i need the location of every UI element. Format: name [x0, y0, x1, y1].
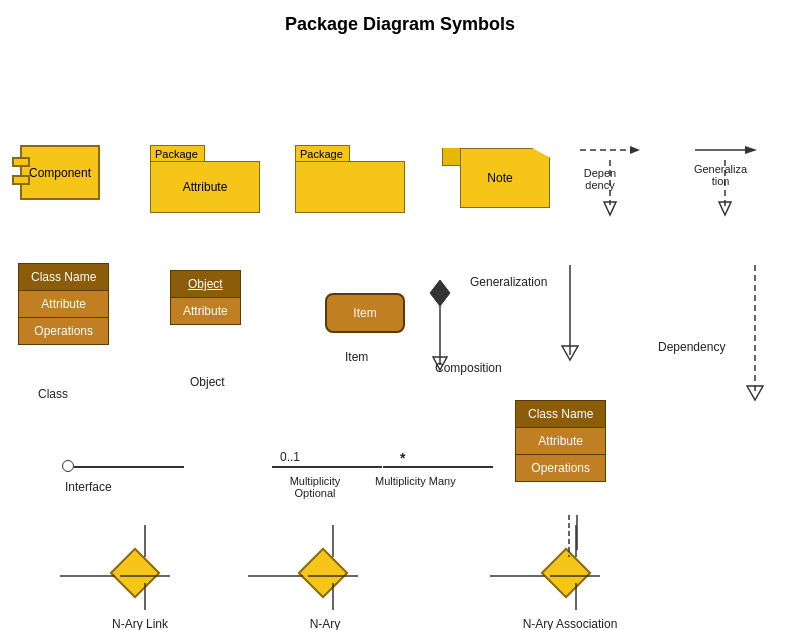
svg-marker-5 [745, 146, 757, 154]
class-box: Class Name Attribute Operations [18, 263, 109, 345]
nary-assoc-label: N-Ary Association [280, 617, 370, 630]
package1: Package Attribute [150, 145, 260, 213]
class2-name-section: Class Name [515, 400, 606, 428]
dependency-label2: Dependency [658, 340, 725, 354]
page-title: Package Diagram Symbols [0, 0, 800, 45]
package1-tab: Package [150, 145, 205, 161]
nary-link-label: N-Ary Link [110, 617, 170, 630]
interface-line [74, 466, 184, 468]
component-notch1 [12, 157, 30, 167]
dependency-svg2 [740, 260, 770, 410]
component-symbol: Component [20, 145, 100, 200]
item-label: Item [353, 306, 376, 320]
object-attribute-section: Attribute [170, 298, 241, 325]
package1-body: Attribute [150, 161, 260, 213]
interface-circle [62, 460, 74, 472]
multiplicity-many-line [383, 466, 493, 468]
package2-tab: Package [295, 145, 350, 161]
composition-svg [425, 275, 455, 375]
generalization-svg2 [555, 260, 585, 380]
object-box: Object Attribute [170, 270, 241, 325]
multiplicity-optional-label: Multiplicity Optional [270, 475, 360, 499]
nary-link-vertical [135, 525, 155, 615]
note-fold [442, 148, 460, 166]
multiplicity-many-value: * [400, 450, 405, 466]
class-label: Class [38, 387, 68, 401]
diagram-area: Component Package Attribute Package Note… [0, 45, 800, 625]
note-label: Note [487, 171, 512, 185]
component-notch2 [12, 175, 30, 185]
item-text: Item [345, 350, 368, 364]
object-name-section: Object [170, 270, 241, 298]
item-box: Item [325, 293, 405, 333]
generalization-label1: Generaliza tion [688, 163, 753, 187]
class2-operations-section: Operations [515, 455, 606, 482]
class-attribute-section: Attribute [18, 291, 109, 318]
nary-assoc-class-dashed [568, 515, 570, 557]
multiplicity-optional-line [272, 466, 382, 468]
nary-assoc-vertical [323, 525, 343, 615]
component-label: Component [29, 166, 91, 180]
class-operations-section: Operations [18, 318, 109, 345]
package2-body [295, 161, 405, 213]
class-name-section: Class Name [18, 263, 109, 291]
package2: Package [295, 145, 405, 213]
interface-label: Interface [65, 480, 112, 494]
svg-marker-8 [430, 280, 450, 306]
svg-marker-1 [630, 146, 640, 154]
nary-assoc-class-label: N-Ary Association Class [520, 617, 620, 630]
multiplicity-optional-value: 0..1 [280, 450, 300, 464]
note-symbol: Note [460, 148, 550, 208]
class2-attribute-section: Attribute [515, 428, 606, 455]
object-label: Object [190, 375, 225, 389]
composition-label: Composition [435, 361, 502, 375]
class-box2: Class Name Attribute Operations [515, 400, 606, 482]
generalization-label2: Generalization [470, 275, 547, 289]
multiplicity-many-label: Multiplicity Many [375, 475, 456, 487]
dependency-label1: Depen dency [575, 167, 625, 191]
